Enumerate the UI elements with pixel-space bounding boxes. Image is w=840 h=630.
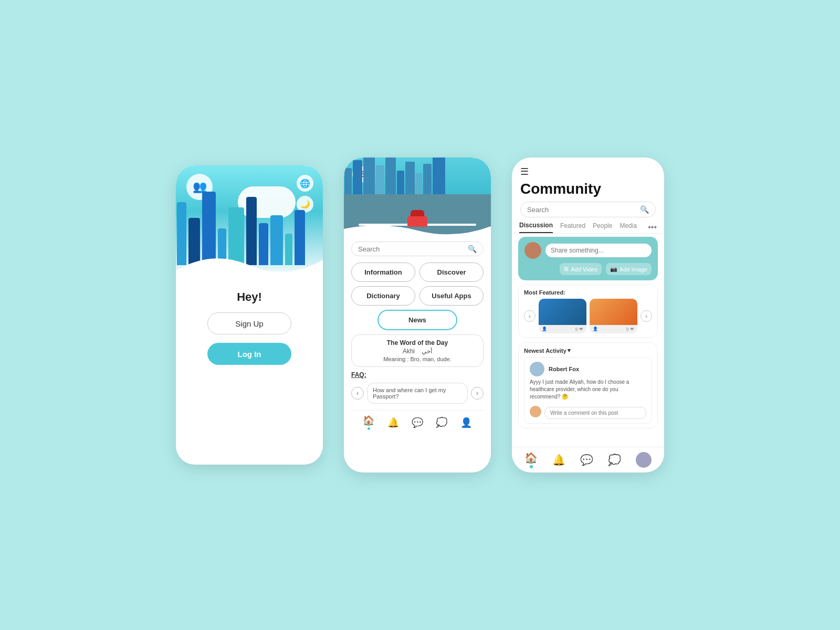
search-input[interactable]	[358, 245, 465, 253]
nav-home[interactable]: 🏠	[524, 452, 538, 468]
faq-question: How and where can I get my Passport?	[367, 383, 468, 404]
bottom-nav: 🏠 🔔 💬 💭 👤	[351, 410, 484, 434]
card-image-2	[590, 299, 637, 325]
activity-section: Newest Activity ▾ Robert Fox Ayyy I just…	[518, 342, 658, 428]
menu-item-discover[interactable]: Discover	[419, 262, 484, 282]
featured-next-arrow[interactable]: ›	[640, 310, 652, 322]
nav-chat[interactable]: 💬	[412, 417, 423, 428]
wotd-title: The Word of the Day	[359, 339, 476, 346]
menu-item-news[interactable]: News	[377, 310, 457, 330]
comment-input[interactable]	[544, 407, 646, 419]
featured-label: Most Featured:	[524, 289, 652, 296]
phone2-body: 🔍 Information Discover Dictionary Useful…	[344, 236, 491, 439]
nav-chat[interactable]: 💬	[580, 454, 593, 466]
post-avatar	[530, 362, 544, 376]
menu-grid: Information Discover Dictionary Useful A…	[351, 262, 484, 330]
share-actions: ⊞ Add Video 📷 Add Image	[524, 263, 652, 275]
featured-card-2[interactable]: 👤 9 ❤	[590, 299, 637, 333]
search-input[interactable]	[527, 206, 637, 214]
activity-label: Newest Activity ▾	[524, 347, 652, 354]
featured-cards-row: ‹ 👤 9 ❤ 👤 9 ❤	[524, 299, 652, 333]
add-video-label: Add Video	[571, 266, 597, 272]
login-button[interactable]: Log In	[207, 343, 291, 365]
post-author: Robert Fox	[549, 366, 579, 372]
faq-row: ‹ How and where can I get my Passport? ›	[351, 383, 484, 404]
activity-arrow: ▾	[568, 347, 571, 354]
city-buildings	[344, 158, 491, 194]
top-bar: ☰	[512, 158, 664, 181]
featured-card-1[interactable]: 👤 9 ❤	[539, 299, 586, 333]
more-options-icon[interactable]: •••	[648, 223, 657, 232]
user-avatar	[524, 242, 541, 259]
phone-2: ☰ 🔍 Information	[344, 158, 491, 472]
card-count-2: 9 ❤	[626, 327, 634, 332]
card-bottom-2: 👤 9 ❤	[590, 325, 637, 333]
faq-label: FAQ:	[351, 371, 484, 379]
menu-item-information[interactable]: Information	[351, 262, 415, 282]
comment-avatar	[530, 406, 541, 417]
wotd-words: Akhi أخي	[359, 348, 476, 355]
wave-decoration	[176, 249, 323, 281]
tab-media[interactable]: Media	[620, 222, 637, 233]
card-avatar-2: 👤	[593, 327, 598, 332]
nav-bell[interactable]: 🔔	[387, 417, 399, 428]
tab-people[interactable]: People	[593, 222, 612, 233]
nav-home[interactable]: 🏠	[363, 415, 374, 430]
phone-1: 👥 🌐 🌙 Hey! Sign Up Log In	[176, 165, 323, 465]
tabs-bar: Discussion Featured People Media •••	[512, 222, 664, 234]
post-header: Robert Fox	[530, 362, 646, 376]
wave-decoration	[344, 221, 491, 236]
signup-button[interactable]: Sign Up	[207, 312, 291, 334]
nav-profile[interactable]: 👤	[460, 417, 472, 428]
phone1-body: Hey! Sign Up Log In	[176, 281, 323, 375]
add-image-button[interactable]: 📷 Add Image	[606, 263, 652, 275]
wotd-word-latin: Akhi	[403, 348, 415, 355]
greeting-text: Hey!	[237, 290, 262, 304]
post-text: Ayyy I just made Aliyah, how do I choose…	[530, 379, 646, 401]
camera-icon: 📷	[610, 266, 617, 272]
card-bottom-1: 👤 9 ❤	[539, 325, 586, 333]
share-top	[524, 242, 652, 259]
nav-bell[interactable]: 🔔	[552, 454, 565, 466]
search-icon: 🔍	[640, 205, 649, 214]
card-count-1: 9 ❤	[575, 327, 583, 332]
nav-profile-avatar[interactable]	[636, 452, 652, 468]
add-image-label: Add Image	[620, 266, 647, 272]
tab-featured[interactable]: Featured	[560, 222, 585, 233]
menu-item-useful-apps[interactable]: Useful Apps	[419, 286, 484, 306]
phone2-header: ☰	[344, 158, 491, 236]
activity-post: Robert Fox Ayyy I just made Aliyah, how …	[524, 357, 652, 424]
search-bar[interactable]: 🔍	[520, 202, 656, 217]
search-icon: 🔍	[468, 245, 477, 253]
featured-section: Most Featured: ‹ 👤 9 ❤ 👤	[518, 285, 658, 338]
faq-prev-arrow[interactable]: ‹	[351, 387, 364, 400]
page-title: Community	[512, 181, 664, 202]
nav-bubble[interactable]: 💭	[436, 417, 447, 428]
search-bar[interactable]: 🔍	[351, 242, 484, 256]
featured-prev-arrow[interactable]: ‹	[524, 310, 536, 322]
wotd-meaning: Meaning : Bro, man, dude.	[359, 356, 476, 362]
phone-3: ☰ Community 🔍 Discussion Featured People…	[512, 158, 664, 472]
share-input[interactable]	[545, 244, 652, 257]
card-image-1	[539, 299, 586, 325]
add-video-button[interactable]: ⊞ Add Video	[560, 263, 602, 275]
phone1-header: 👥 🌐 🌙	[176, 165, 323, 281]
menu-icon[interactable]: ☰	[520, 166, 529, 177]
faq-next-arrow[interactable]: ›	[471, 387, 484, 400]
card-avatar-1: 👤	[542, 327, 547, 332]
comment-row	[530, 404, 646, 419]
menu-item-dictionary[interactable]: Dictionary	[351, 286, 415, 306]
wotd-word-arabic: أخي	[422, 348, 432, 355]
featured-cards: 👤 9 ❤ 👤 9 ❤	[539, 299, 637, 333]
nav-bubble[interactable]: 💭	[608, 454, 621, 466]
content-area: ⊞ Add Video 📷 Add Image Most Featured: ‹	[512, 237, 664, 447]
video-icon: ⊞	[564, 266, 569, 272]
tab-discussion[interactable]: Discussion	[519, 222, 553, 233]
share-box: ⊞ Add Video 📷 Add Image	[518, 237, 658, 280]
word-of-the-day: The Word of the Day Akhi أخي Meaning : B…	[351, 334, 484, 367]
bottom-nav: 🏠 🔔 💬 💭	[512, 447, 664, 472]
